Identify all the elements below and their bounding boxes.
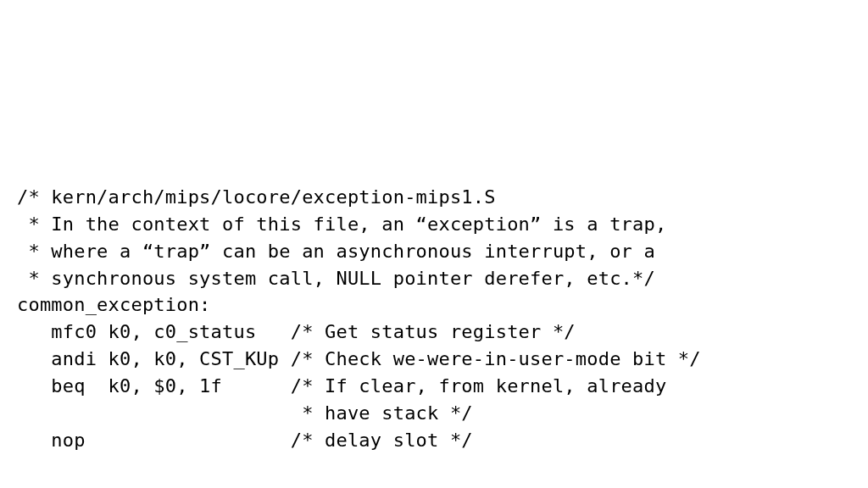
code-line: andi k0, k0, CST_KUp /* Check we-were-in… xyxy=(17,348,701,369)
code-line: * In the context of this file, an “excep… xyxy=(17,214,666,235)
code-line: * synchronous system call, NULL pointer … xyxy=(17,268,655,289)
code-line: mfc0 k0, c0_status /* Get status registe… xyxy=(17,321,576,342)
code-line: beq k0, $0, 1f /* If clear, from kernel,… xyxy=(17,375,666,396)
code-block: /* kern/arch/mips/locore/exception-mips1… xyxy=(0,0,868,454)
code-line: * where a “trap” can be an asynchronous … xyxy=(17,241,655,262)
code-line: * have stack */ xyxy=(17,402,473,424)
code-line: /* kern/arch/mips/locore/exception-mips1… xyxy=(17,186,496,208)
code-line: common_exception: xyxy=(17,294,211,315)
code-line: nop /* delay slot */ xyxy=(17,430,473,451)
